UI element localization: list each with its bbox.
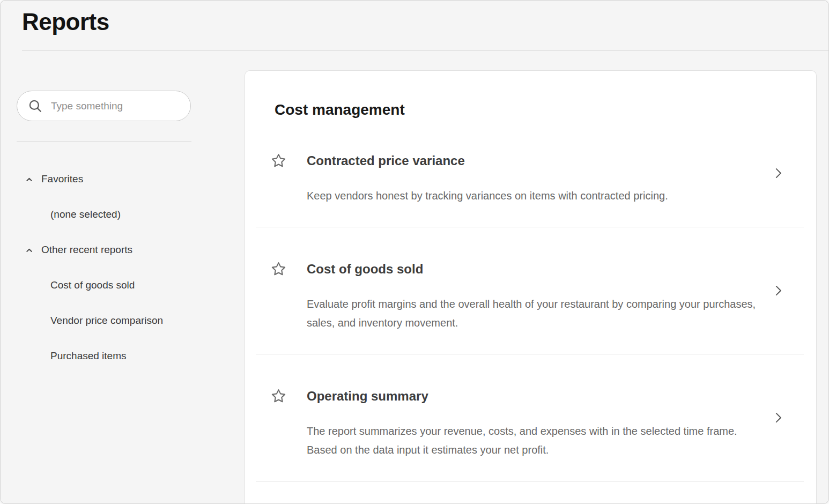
- search-box[interactable]: [17, 91, 191, 121]
- star-outline-icon[interactable]: [270, 152, 287, 169]
- card-divider: [256, 481, 804, 481]
- star-outline-icon[interactable]: [270, 261, 287, 277]
- section-title: Cost management: [275, 101, 816, 119]
- card-head: Operating summary: [270, 388, 757, 404]
- sidebar-item-none-selected: (none selected): [17, 207, 245, 221]
- search-input[interactable]: [50, 100, 181, 113]
- chevron-up-icon: [25, 246, 34, 255]
- sidebar-item-vendor-price-comparison[interactable]: Vendor price comparison: [17, 314, 245, 328]
- sidebar-divider: [17, 141, 191, 142]
- chevron-right-icon[interactable]: [771, 166, 785, 180]
- sidebar-item-purchased-items[interactable]: Purchased items: [17, 349, 245, 363]
- sidebar-item-cost-of-goods-sold[interactable]: Cost of goods sold: [17, 278, 245, 292]
- sidebar-section-label: Favorites: [41, 173, 83, 185]
- chevron-right-icon[interactable]: [771, 411, 785, 425]
- card-head: Contracted price variance: [270, 152, 757, 169]
- search-icon: [27, 98, 43, 114]
- reports-page: Reports Favorites (none selected): [0, 0, 829, 504]
- report-title: Operating summary: [307, 388, 428, 404]
- report-description: Evaluate profit margins and the overall …: [307, 295, 757, 332]
- report-description: Keep vendors honest by tracking variance…: [307, 187, 757, 205]
- chevron-right-icon[interactable]: [771, 284, 785, 298]
- report-description: The report summarizes your revenue, cost…: [307, 422, 757, 459]
- star-outline-icon[interactable]: [270, 388, 287, 404]
- report-title: Cost of goods sold: [307, 261, 423, 277]
- page-title: Reports: [22, 7, 828, 37]
- sidebar-section-favorites[interactable]: Favorites: [17, 172, 245, 186]
- card-head: Cost of goods sold: [270, 261, 757, 277]
- sidebar: Favorites (none selected) Other recent r…: [1, 51, 245, 363]
- chevron-up-icon: [25, 175, 34, 184]
- reports-panel: Cost management Contracted price varianc…: [245, 70, 817, 504]
- sidebar-section-other-recent-reports[interactable]: Other recent reports: [17, 243, 245, 257]
- report-title: Contracted price variance: [307, 152, 465, 169]
- page-header: Reports: [1, 1, 828, 37]
- report-card-cost-of-goods-sold[interactable]: Cost of goods sold Evaluate profit margi…: [245, 227, 816, 354]
- report-card-operating-summary[interactable]: Operating summary The report summarizes …: [245, 354, 816, 481]
- main-layout: Favorites (none selected) Other recent r…: [1, 51, 828, 496]
- sidebar-section-label: Other recent reports: [41, 244, 132, 256]
- report-card-contracted-price-variance[interactable]: Contracted price variance Keep vendors h…: [245, 119, 816, 227]
